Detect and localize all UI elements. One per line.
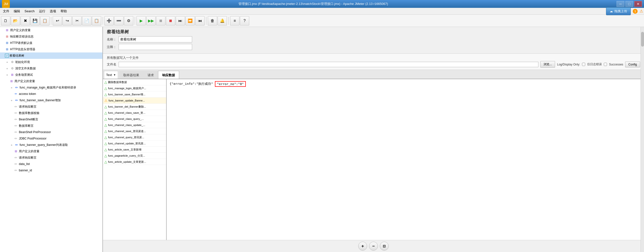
tab-request[interactable]: 请求 <box>143 71 158 79</box>
sidebar-item-login[interactable]: ○ ✏ func_manage_login_根据用户名和密码登录 <box>0 84 102 91</box>
step-button[interactable]: ⏭ <box>176 16 185 26</box>
menu-edit[interactable]: 编辑 <box>12 8 22 14</box>
toolbar: 🗋 📂 ✖ 💾 📋 ↩ ↪ ✂ 📄 📋 ➕ ➖ ⚙ ▶ ▶▶ ⏹ ⏹ ⏭ ⏩ ⏮… <box>0 15 644 27</box>
sidebar-item-user-var-3[interactable]: ⊞ 用户定义的变量 <box>0 148 102 154</box>
add-button[interactable]: ➕ <box>104 16 114 26</box>
redo-button[interactable]: ↪ <box>62 16 72 26</box>
result-item-7[interactable]: △ func_channel_class_update_... <box>103 122 166 128</box>
warning-icon: ⚠ <box>640 9 643 14</box>
help-button[interactable]: ? <box>240 16 249 26</box>
result-item-5[interactable]: △ func_channel_class_save_资... <box>103 110 166 116</box>
sidebar-item-scenario[interactable]: ○ ⊞ 业务场景测试 <box>0 72 102 78</box>
zoom-fit-button[interactable]: ⊡ <box>380 242 389 250</box>
result-item-8[interactable]: △ func_channel_save_资讯渠道... <box>103 128 166 134</box>
name-input[interactable] <box>118 36 192 42</box>
clear-button[interactable]: 🗑 <box>208 16 217 26</box>
success-icon-4: △ <box>104 105 107 108</box>
tab-dropdown-label: Text <box>106 73 112 77</box>
result-item-13[interactable]: △ func_article_update_文章更新... <box>103 159 166 165</box>
run-all-button[interactable]: ▶▶ <box>146 16 156 26</box>
copy-button[interactable]: 📄 <box>82 16 92 26</box>
sidebar-item-data-list[interactable]: ✏ data_list <box>0 161 102 167</box>
result-item-4[interactable]: △ func_banner_del_Banner删除... <box>103 104 166 110</box>
close-file-button[interactable]: ✖ <box>20 16 30 26</box>
result-item-0[interactable]: △ 删除数据库数据 <box>103 79 166 85</box>
step-over-button[interactable]: ⏮ <box>195 16 204 26</box>
result-item-2[interactable]: △ func_banner_save_Banner增... <box>103 92 166 98</box>
step-all-button[interactable]: ⏩ <box>186 16 195 26</box>
file-section-label: 所有数据写入一个文件 <box>107 56 640 60</box>
clear-all-button[interactable]: 🔔 <box>218 16 227 26</box>
sidebar-item-clear-folder[interactable]: ○ ⚙ 清空文件夹数据 <box>0 65 102 72</box>
sidebar-item-beanshell-pre[interactable]: ✏ BeanShell PreProcessor <box>0 129 102 135</box>
token-icon: ✏ <box>14 92 18 96</box>
env-sub-icon: ⚙ <box>10 60 14 64</box>
file-label: 文件名 <box>107 62 117 67</box>
sidebar-item-result-tree[interactable]: ✓ 察看结果树 <box>0 52 102 59</box>
result-item-10[interactable]: △ func_channel_update_资讯渠... <box>103 140 166 146</box>
run-button[interactable]: ▶ <box>136 16 146 26</box>
result-text-6: func_channel_class_query_... <box>108 118 144 120</box>
result-item-3[interactable]: ⚠ func_banner_update_Banne... <box>103 98 166 104</box>
response-panel: {"error_info":"执行成功" "error_no":"0" <box>167 79 644 240</box>
sidebar-item-banner-query[interactable]: ○ ✏ func_banner_query_Banner列表读取 <box>0 142 102 148</box>
list-button[interactable]: ≡ <box>230 16 240 26</box>
menu-file[interactable]: 文件 <box>1 8 11 14</box>
tab-dropdown[interactable]: Text ▼ <box>104 71 118 79</box>
sidebar-item-banner-id[interactable]: ✏ banner_id <box>0 167 102 174</box>
minimize-button[interactable]: ─ <box>616 1 624 7</box>
result-item-12[interactable]: △ func_pagearticle_cuery_分页... <box>103 153 166 159</box>
sidebar-item-db-validate[interactable]: ✏ 数据库数据校验 <box>0 110 102 116</box>
success-icon-10: △ <box>104 142 107 145</box>
sidebar-item-http-header[interactable]: ⊞ HTTP信息头管理器 <box>0 46 102 52</box>
sidebar-item-http-default[interactable]: ⊞ HTTP请求默认值 <box>0 40 102 46</box>
settings-button[interactable]: ⚙ <box>124 16 133 26</box>
sidebar-item-access-token[interactable]: ✏ access token <box>0 91 102 97</box>
menu-run[interactable]: 运行 <box>37 8 47 14</box>
new-button[interactable]: 🗋 <box>1 16 10 26</box>
sidebar-item-response-error[interactable]: ⊞ 响应断言错误信息 <box>0 33 102 40</box>
stop-now-button[interactable]: ⏹ <box>166 16 175 26</box>
maximize-button[interactable]: □ <box>626 1 633 7</box>
sidebar-item-init-env[interactable]: ○ ⚙ 初始化环境 <box>0 59 102 65</box>
sidebar-item-user-var[interactable]: ⊞ 用户定义的变量 <box>0 27 102 33</box>
save-as-button[interactable]: 📋 <box>40 16 50 26</box>
config-button[interactable]: Config <box>625 62 640 68</box>
sidebar-item-user-var-2[interactable]: ⊞ 用户定义的变量 <box>0 78 102 84</box>
result-item-6[interactable]: △ func_channel_class_query_... <box>103 116 166 122</box>
clear-sub-icon: ⚙ <box>10 66 14 70</box>
remove-button[interactable]: ➖ <box>114 16 124 26</box>
result-icon: ✓ <box>5 54 9 58</box>
browse-button[interactable]: 浏览... <box>540 61 555 68</box>
successes-checkbox[interactable] <box>604 63 607 66</box>
sidebar-item-jdbc-post[interactable]: ✏ JDBC PostProcessor <box>0 135 102 142</box>
result-item-1[interactable]: △ func_manage_login_根据用户... <box>103 85 166 92</box>
menu-options[interactable]: 选项 <box>48 8 58 14</box>
sidebar-item-assert[interactable]: ✏ 请求响应断言 <box>0 104 102 110</box>
sidebar-item-assert-2[interactable]: ✏ 请求响应断言 <box>0 154 102 161</box>
comment-input[interactable] <box>118 44 192 50</box>
tab-sampler-result[interactable]: 取样器结果 <box>119 71 143 79</box>
zoom-out-button[interactable]: − <box>369 242 378 250</box>
stop-button[interactable]: ⏹ <box>156 16 166 26</box>
cut-button[interactable]: ✂ <box>72 16 82 26</box>
tab-response-data[interactable]: 响应数据 <box>158 71 179 79</box>
file-input[interactable] <box>118 62 538 67</box>
close-button[interactable]: ✕ <box>634 1 642 7</box>
open-button[interactable]: 📂 <box>11 16 20 26</box>
sidebar-item-beanshell[interactable]: ✏ BeanShell断言 <box>0 116 102 122</box>
sidebar-item-db-assert[interactable]: ✏ 数据库断言 <box>0 122 102 129</box>
result-item-9[interactable]: △ func_channel_query_资讯渠... <box>103 134 166 140</box>
result-text-12: func_pagearticle_cuery_分页... <box>108 154 145 158</box>
zoom-in-button[interactable]: + <box>358 242 367 250</box>
sidebar-item-banner-save[interactable]: ○ ✏ func_banner_save_Banner增加 <box>0 97 102 104</box>
menu-help[interactable]: 帮助 <box>58 8 69 14</box>
paste-button[interactable]: 📋 <box>92 16 101 26</box>
upload-button[interactable]: ☁ 拖拽上传 <box>606 7 631 15</box>
save-button[interactable]: 💾 <box>30 16 40 26</box>
result-item-11[interactable]: △ func_article_save_文章新增 <box>103 146 166 153</box>
menu-search[interactable]: Search <box>22 8 36 14</box>
log-only-checkbox[interactable] <box>582 63 585 66</box>
undo-button[interactable]: ↩ <box>53 16 62 26</box>
jdbcpost-icon: ✏ <box>14 136 18 141</box>
